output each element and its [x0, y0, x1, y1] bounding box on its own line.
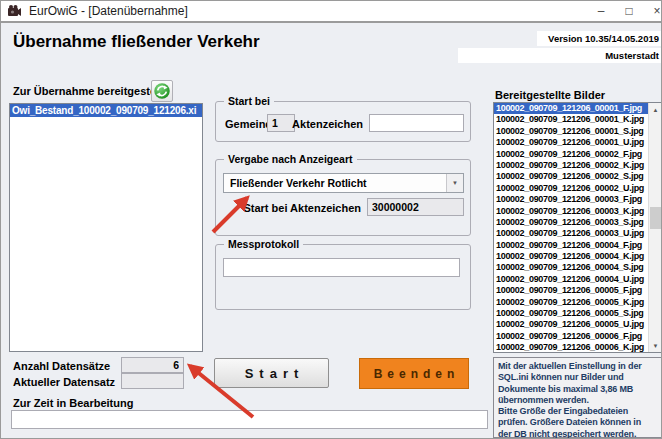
- list-item[interactable]: 100002_090709_121206_00001_U.jpg: [494, 137, 648, 148]
- anzeigeart-selected-value: Fließender Verkehr Rotlicht: [224, 177, 446, 189]
- start-bei-group-title: Start bei: [224, 95, 274, 107]
- scroll-down-icon[interactable]: ▼: [649, 339, 662, 352]
- list-item[interactable]: 100002_090709_121206_00005_U.jpg: [494, 319, 648, 330]
- size-warning-text: Mit der aktuellen Einstellung in der SQL…: [493, 357, 662, 438]
- aktueller-datensatz-label: Aktueller Datensatz: [13, 376, 115, 388]
- aktenzeichen-field[interactable]: [369, 114, 464, 132]
- files-list-label: Zur Übernahme bereitgestellt: [13, 85, 166, 97]
- list-item[interactable]: Owi_Bestand_100002_090709_121206.xi: [10, 104, 202, 117]
- files-listbox[interactable]: Owi_Bestand_100002_090709_121206.xi: [9, 103, 203, 352]
- close-button[interactable]: ×: [643, 1, 662, 21]
- messprotokoll-field[interactable]: [223, 258, 460, 277]
- maximize-button[interactable]: □: [615, 1, 643, 21]
- aktueller-datensatz-field[interactable]: [121, 373, 184, 389]
- list-item[interactable]: 100002_090709_121206_00002_U.jpg: [494, 183, 648, 194]
- list-item[interactable]: 100002_090709_121206_00002_K.jpg: [494, 160, 648, 171]
- start-aktenzeichen-label: Start bei Aktenzeichen: [231, 202, 361, 214]
- scrollbar-thumb[interactable]: [650, 207, 661, 229]
- scroll-up-icon[interactable]: ▲: [649, 103, 662, 116]
- aktenzeichen-label: Aktenzeichen: [281, 118, 363, 130]
- list-item[interactable]: 100002_090709_121206_00004_S.jpg: [494, 262, 648, 273]
- list-item[interactable]: 100002_090709_121206_00002_F.jpg: [494, 149, 648, 160]
- images-scrollbar[interactable]: ▲ ▼: [648, 103, 661, 352]
- list-item[interactable]: 100002_090709_121206_00005_F.jpg: [494, 285, 648, 296]
- refresh-icon: [153, 82, 171, 100]
- list-item[interactable]: 100002_090709_121206_00001_S.jpg: [494, 126, 648, 137]
- refresh-button[interactable]: [151, 80, 173, 102]
- list-item[interactable]: 100002_090709_121206_00002_S.jpg: [494, 171, 648, 182]
- messprotokoll-group: Messprotokoll: [215, 244, 471, 310]
- anzeigeart-dropdown[interactable]: Fließender Verkehr Rotlicht ▼: [223, 173, 464, 193]
- list-item[interactable]: 100002_090709_121206_00005_K.jpg: [494, 297, 648, 308]
- list-item[interactable]: 100002_090709_121206_00003_K.jpg: [494, 206, 648, 217]
- chevron-down-icon[interactable]: ▼: [446, 174, 463, 192]
- list-item[interactable]: 100002_090709_121206_00004_K.jpg: [494, 251, 648, 262]
- list-item[interactable]: 100002_090709_121206_00003_F.jpg: [494, 194, 648, 205]
- anzahl-datensaetze-label: Anzahl Datensätze: [13, 360, 110, 372]
- list-item[interactable]: 100002_090709_121206_00004_F.jpg: [494, 240, 648, 251]
- images-list-label: Bereitgestellte Bilder: [495, 89, 605, 101]
- list-item[interactable]: 100002_090709_121206_00003_S.jpg: [494, 217, 648, 228]
- list-item[interactable]: 100002_090709_121206_00004_U.jpg: [494, 274, 648, 285]
- minimize-button[interactable]: –: [587, 1, 615, 21]
- images-listbox[interactable]: 100002_090709_121206_00001_F.jpg100002_0…: [493, 102, 662, 353]
- list-item[interactable]: 100002_090709_121206_00005_S.jpg: [494, 308, 648, 319]
- list-item[interactable]: 100002_090709_121206_00001_F.jpg: [494, 103, 648, 114]
- anzahl-datensaetze-field[interactable]: [121, 357, 184, 373]
- location-label: Musterstadt: [458, 48, 662, 63]
- list-item[interactable]: 100002_090709_121206_00006_K.jpg: [494, 342, 648, 352]
- list-item[interactable]: 100002_090709_121206_00001_K.jpg: [494, 114, 648, 125]
- messprotokoll-group-title: Messprotokoll: [224, 238, 303, 250]
- page-title: Übernahme fließender Verkehr: [13, 32, 260, 52]
- app-icon: [7, 4, 22, 19]
- window-title: EurOwiG - [Datenübernahme]: [29, 4, 188, 18]
- titlebar: EurOwiG - [Datenübernahme] – □ ×: [1, 1, 662, 23]
- bearbeitung-label: Zur Zeit in Bearbeitung: [13, 397, 133, 409]
- bearbeitung-field[interactable]: [11, 410, 488, 429]
- vergabe-group-title: Vergabe nach Anzeigeart: [224, 153, 357, 165]
- start-button[interactable]: Start: [214, 358, 329, 388]
- start-aktenzeichen-field[interactable]: [367, 198, 464, 216]
- beenden-button[interactable]: Beenden: [359, 358, 469, 389]
- version-label: Version 10.35/14.05.2019: [537, 31, 662, 46]
- list-item[interactable]: 100002_090709_121206_00006_F.jpg: [494, 331, 648, 342]
- app-window: EurOwiG - [Datenübernahme] – □ × Übernah…: [0, 0, 662, 439]
- list-item[interactable]: 100002_090709_121206_00003_U.jpg: [494, 228, 648, 239]
